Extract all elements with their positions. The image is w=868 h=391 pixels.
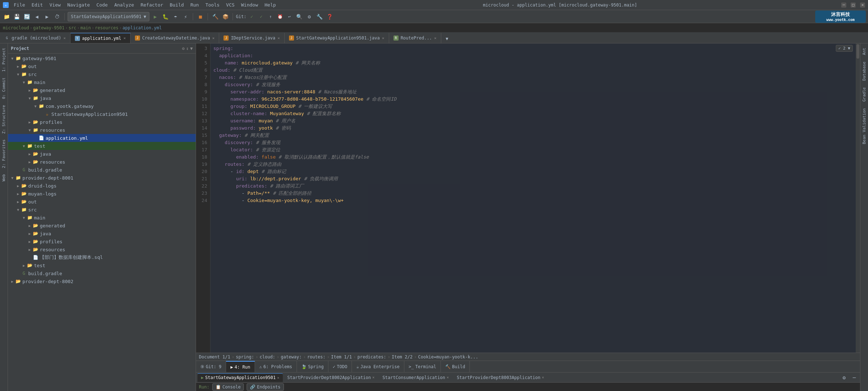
breadcrumb-microcloud[interactable]: microcloud	[3, 25, 29, 30]
terminal-tab[interactable]: >_ Terminal	[404, 361, 441, 373]
profile-btn[interactable]: ⚡	[181, 12, 190, 21]
tree-build-gradle2[interactable]: G build.gradle	[8, 269, 196, 277]
spring-tab[interactable]: 🍃 Spring	[297, 361, 328, 373]
tree-main[interactable]: ▼ 📁 main	[8, 78, 196, 86]
tree-src[interactable]: ▼ 📁 src	[8, 70, 196, 78]
save-btn[interactable]: 💾	[12, 12, 21, 21]
run-tab-close2[interactable]: ×	[373, 375, 375, 379]
tabs-overflow-btn[interactable]: ▼	[443, 34, 451, 43]
tab-create-gateway[interactable]: J CreateGatewayDatetime.java ×	[131, 33, 219, 43]
tab-close-gradle[interactable]: ×	[63, 36, 66, 41]
run-tab-consumer[interactable]: StartConsumerApplication ×	[379, 373, 452, 382]
tab-route[interactable]: R RoutePred... ×	[389, 33, 441, 43]
sdk-btn[interactable]: 📦	[221, 12, 230, 21]
tree-profiles2[interactable]: ▶ 📂 profiles	[8, 237, 196, 245]
tree-provider-8002[interactable]: ▶ 📂 provider-dept-8002	[8, 277, 196, 285]
coverage-btn[interactable]: ☂	[171, 12, 180, 21]
close-button[interactable]: ✕	[860, 3, 865, 8]
build-proj-btn[interactable]: 🔨	[211, 12, 220, 21]
run-tab[interactable]: ▶ 4: Run	[226, 361, 255, 373]
code-editor[interactable]: 3 4 5 6 7 8 9 10 11 12 13 14 15 16 17 18…	[196, 43, 860, 353]
tree-test2[interactable]: ▶ 📂 test	[8, 261, 196, 269]
tree-application-yml[interactable]: 📄 application.yml	[8, 134, 196, 142]
tree-generated2[interactable]: ▶ 📂 generated	[8, 222, 196, 230]
database-tab[interactable]: Database	[861, 59, 868, 84]
bean-validation-tab[interactable]: Bean Validation	[861, 105, 868, 147]
run-tab-close1[interactable]: ×	[277, 376, 279, 380]
tree-sql[interactable]: 📄 【部门】数据库创建脚本.sql	[8, 253, 196, 261]
tab-close-create[interactable]: ×	[212, 36, 215, 41]
ant-tab[interactable]: Ant	[861, 45, 868, 58]
tree-test[interactable]: ▼ 📁 test	[8, 142, 196, 150]
code-text[interactable]: spring: application: name: microcloud.ga…	[210, 43, 860, 353]
help-btn[interactable]: ❓	[325, 12, 334, 21]
tree-druid-logs[interactable]: ▶ 📂 druid-logs	[8, 182, 196, 190]
tree-generated[interactable]: ▶ 📂 generated	[8, 86, 196, 94]
structure-sidebar-tab[interactable]: Z: Structure	[0, 102, 7, 136]
web-sidebar-tab[interactable]: Web	[0, 171, 7, 184]
project-tool-sort[interactable]: ↕	[186, 46, 189, 51]
run-btn[interactable]: ▶	[151, 12, 159, 21]
tree-java[interactable]: ▼ 📁 java	[8, 94, 196, 102]
menu-analyze[interactable]: Analyze	[111, 1, 137, 8]
nav-predicates[interactable]: predicates:	[357, 354, 386, 360]
tree-out2[interactable]: ▶ 📂 out	[8, 198, 196, 206]
tree-gateway-9501[interactable]: ▼ 📁 gateway-9501	[8, 54, 196, 62]
settings-btn[interactable]: ⚙	[305, 12, 314, 21]
menu-view[interactable]: View	[47, 1, 64, 8]
recent-btn[interactable]: ⏱	[53, 12, 61, 21]
java-enterprise-tab[interactable]: ☕ Java Enterprise	[352, 361, 404, 373]
run-settings-btn[interactable]: ⚙	[840, 373, 848, 382]
vcs-config-btn[interactable]: 🔧	[315, 12, 324, 21]
menu-file[interactable]: File	[11, 1, 28, 8]
scrollbar-thumb[interactable]	[856, 44, 859, 59]
tree-muyan-logs[interactable]: ▶ 📂 muyan-logs	[8, 190, 196, 198]
tree-test-java[interactable]: ▶ 📂 java	[8, 150, 196, 158]
nav-routes[interactable]: routes:	[307, 354, 326, 360]
run-tab-close4[interactable]: ×	[542, 375, 544, 379]
tree-out[interactable]: ▶ 📂 out	[8, 62, 196, 70]
breadcrumb-main[interactable]: main	[80, 25, 91, 30]
nav-cloud[interactable]: cloud:	[260, 354, 275, 360]
tree-resources[interactable]: ▼ 📁 resources	[8, 126, 196, 134]
git-check2-btn[interactable]: ✓	[257, 13, 265, 21]
menu-navigate[interactable]: Navigate	[64, 1, 93, 8]
tab-close-route[interactable]: ×	[434, 36, 437, 41]
menu-edit[interactable]: Edit	[29, 1, 46, 8]
nav-gateway[interactable]: gateway:	[281, 354, 302, 360]
run-config-selector[interactable]: StartGatewayApplication9501 ▼	[68, 12, 149, 21]
nav-doc[interactable]: Document 1/1	[199, 354, 230, 360]
open-folder-btn[interactable]: 📁	[2, 12, 11, 21]
nav-spring[interactable]: spring:	[236, 354, 254, 360]
stop-btn[interactable]: ■	[196, 12, 205, 21]
git-fetch-btn[interactable]: ⏰	[276, 13, 284, 21]
run-tab-provider8003[interactable]: StartProviderDept8003Application ×	[453, 373, 548, 382]
todo-tab[interactable]: ✓ TODO	[328, 361, 352, 373]
nav-cookie[interactable]: Cookie=muyan-yootk-k...	[418, 354, 478, 360]
back-btn[interactable]: ◀	[33, 12, 41, 21]
breadcrumb-resources[interactable]: resources	[95, 25, 118, 30]
breadcrumb-gateway[interactable]: gateway-9501	[33, 25, 64, 30]
tab-application-yml[interactable]: Y application.yml ×	[71, 33, 131, 43]
tree-test-resources[interactable]: ▶ 📂 resources	[8, 158, 196, 166]
breadcrumb-src[interactable]: src	[68, 25, 76, 30]
tree-resources2[interactable]: ▶ 📂 resources	[8, 245, 196, 253]
tab-startgateway[interactable]: J StartGatewayApplication9501.java ×	[285, 33, 389, 43]
build-tab[interactable]: 🔨 Build	[441, 361, 470, 373]
menu-refactor[interactable]: Refactor	[138, 1, 166, 8]
favorites-sidebar-tab[interactable]: 2: Favorites	[0, 136, 7, 171]
tab-close-yml[interactable]: ×	[123, 36, 126, 41]
git-tab[interactable]: ⑨ Git: 9	[196, 361, 226, 373]
run-console-btn[interactable]: 📋 Console	[212, 383, 244, 391]
run-minimize-btn[interactable]: ─	[850, 373, 859, 382]
project-tool-more[interactable]: ▼	[190, 46, 193, 51]
menu-build[interactable]: Build	[167, 1, 187, 8]
tree-java2[interactable]: ▶ 📂 java	[8, 230, 196, 237]
menu-tools[interactable]: Tools	[203, 1, 222, 8]
menu-run[interactable]: Run	[187, 1, 201, 8]
git-push-btn[interactable]: ↑	[267, 13, 275, 21]
run-tab-gateway[interactable]: ▶ StartGatewayApplication9501 ×	[197, 373, 283, 382]
debug-btn[interactable]: 🐛	[161, 12, 170, 21]
tree-main2[interactable]: ▼ 📁 main	[8, 214, 196, 222]
forward-btn[interactable]: ▶	[43, 12, 51, 21]
